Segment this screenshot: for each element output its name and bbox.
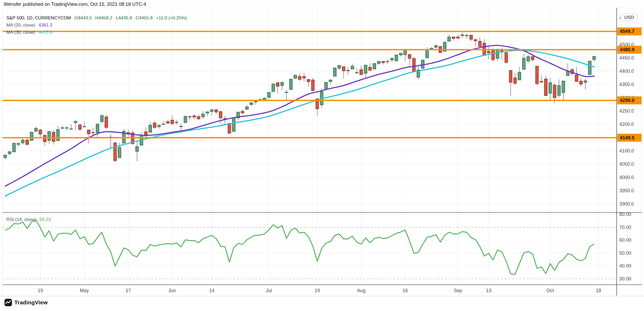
candle [285, 92, 288, 93]
tradingview-published-chart: Wensfer published on TradingView.com, Oc… [0, 0, 644, 311]
svg-text:19: 19 [38, 288, 43, 293]
svg-text:18: 18 [596, 288, 601, 293]
candle [188, 117, 191, 117]
svg-text:4050.0: 4050.0 [619, 161, 634, 167]
symbol-legend-row[interactable]: S&P 500, 1D, CURRENCYCOMO4443.5H4458.2L4… [6, 14, 187, 22]
candle [347, 70, 349, 71]
symbol-title: S&P 500, 1D, CURRENCYCOM [6, 15, 71, 21]
svg-text:13: 13 [486, 288, 491, 293]
candle [404, 50, 407, 55]
chart-legend: S&P 500, 1D, CURRENCYCOMO4443.5H4458.2L4… [6, 14, 187, 36]
candle [364, 65, 367, 73]
svg-text:4100.0: 4100.0 [619, 148, 634, 154]
svg-text:Oct: Oct [547, 288, 554, 293]
ma20-legend-row[interactable]: MA (20, close)4381.3 [6, 22, 187, 29]
chart-canvas[interactable]: 4600.04500.04450.04400.04350.04300.04250… [0, 0, 644, 311]
candle [153, 123, 156, 127]
svg-text:Sep: Sep [454, 288, 462, 293]
candle [245, 107, 248, 109]
svg-text:4290.0: 4290.0 [620, 98, 634, 103]
candle [544, 79, 547, 96]
low-label: L [116, 15, 118, 21]
candle [215, 110, 218, 112]
candle [65, 128, 68, 128]
svg-text:Jun: Jun [168, 288, 176, 293]
candle [351, 66, 354, 69]
candle [505, 53, 508, 62]
rsi-legend-row[interactable]: RSI (14, close)56.23 [6, 216, 51, 223]
candle [281, 82, 284, 86]
candle [527, 57, 530, 61]
candle [70, 129, 72, 129]
candle [294, 75, 297, 78]
candle [479, 41, 481, 46]
candle [210, 110, 213, 112]
candle [430, 48, 433, 49]
change-value: +11.0 (+0.25%) [156, 15, 187, 21]
candle [509, 70, 512, 82]
candle [197, 117, 200, 119]
candle [276, 83, 279, 86]
candle [105, 117, 108, 127]
candle [575, 75, 578, 82]
candle [355, 73, 358, 73]
tradingview-wordmark: TradingView [14, 299, 48, 306]
candle [562, 81, 565, 93]
candle [114, 143, 117, 161]
svg-text:Aug: Aug [357, 288, 365, 293]
candle [333, 68, 336, 76]
candle [391, 58, 394, 60]
svg-text:4350.0: 4350.0 [619, 82, 634, 87]
candle [100, 116, 103, 122]
candle [338, 65, 341, 68]
svg-text:4450.0: 4450.0 [619, 55, 634, 61]
candle [171, 120, 174, 124]
candle [518, 72, 521, 80]
candle [202, 114, 204, 117]
candle [39, 130, 42, 134]
svg-text:4549.7: 4549.7 [620, 29, 634, 34]
candle [329, 80, 332, 82]
ma30-legend-row[interactable]: MA (30, close)4415.9 [6, 29, 187, 36]
candle [157, 125, 160, 127]
svg-text:4200.0: 4200.0 [619, 122, 634, 127]
candle [549, 83, 552, 93]
low-value: 4435.8 [118, 15, 132, 21]
svg-text:4480.9: 4480.9 [620, 47, 634, 52]
candle [426, 50, 429, 58]
candle [540, 81, 543, 82]
candle [579, 81, 582, 84]
open-label: O [74, 15, 78, 21]
svg-text:50.00: 50.00 [619, 250, 631, 256]
candle [312, 80, 314, 91]
candle [584, 81, 587, 82]
candle [43, 135, 46, 142]
candle [180, 126, 182, 127]
candle [184, 116, 187, 123]
candle [78, 125, 81, 129]
svg-text:4400.0: 4400.0 [619, 69, 634, 74]
candle [307, 79, 310, 82]
candle [399, 53, 402, 55]
candle [461, 35, 464, 36]
candle [87, 130, 90, 134]
candle [8, 152, 11, 154]
svg-text:30.00: 30.00 [619, 276, 631, 282]
close-value: 4455.8 [139, 15, 153, 21]
candle [452, 37, 455, 39]
svg-text:Jul: Jul [266, 288, 272, 293]
tradingview-logo[interactable]: TradingView [4, 299, 48, 306]
candle [553, 85, 556, 98]
candle [369, 67, 372, 70]
ma20-value: 4381.3 [39, 23, 52, 28]
candle [206, 112, 209, 113]
candle [250, 103, 253, 105]
currency-chip[interactable]: USD [621, 14, 638, 21]
candle [289, 79, 292, 90]
high-value: 4458.2 [99, 15, 112, 21]
candle [496, 50, 499, 58]
candle [136, 147, 139, 151]
candle [52, 132, 55, 142]
tradingview-logo-icon [4, 299, 12, 306]
candle [166, 122, 169, 123]
